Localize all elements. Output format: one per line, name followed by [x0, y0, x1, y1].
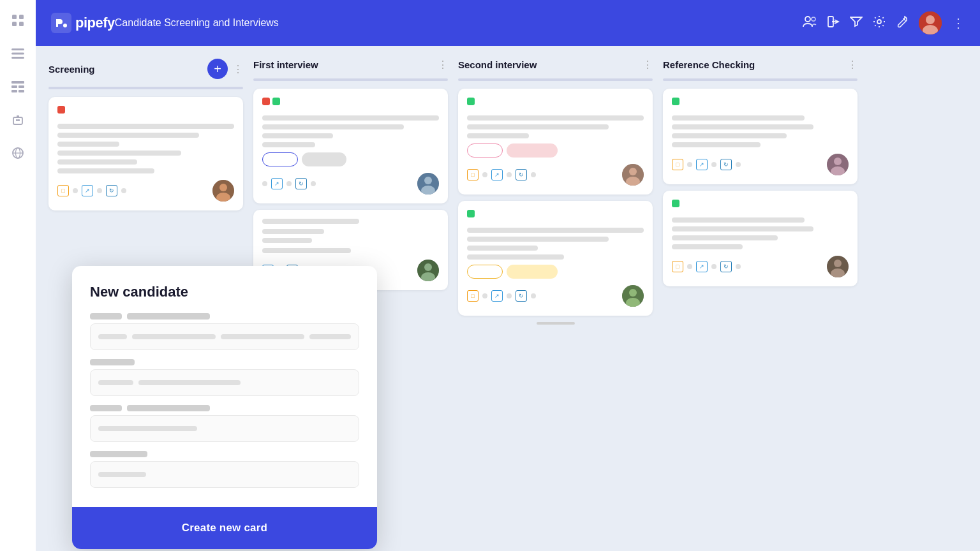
- wrench-icon[interactable]: [896, 15, 909, 31]
- column-bar-reference-checking: [663, 78, 858, 81]
- add-card-button-screening[interactable]: +: [207, 59, 228, 79]
- card-icon: ↻: [516, 290, 527, 302]
- card-footer-icons: □ ↗ ↻: [672, 261, 741, 272]
- card-dot-sm: [736, 264, 741, 269]
- card-footer: □ ↗ ↻: [57, 180, 234, 202]
- column-more-second-interview[interactable]: ⋮: [642, 59, 653, 71]
- svg-rect-8: [11, 85, 17, 88]
- card-icon: ↻: [516, 169, 527, 180]
- card-footer-icons: □ ↗ ↻: [57, 185, 126, 196]
- header-title: Candidate Screening and Interviews: [115, 17, 803, 29]
- badge-yellow: [507, 265, 558, 279]
- svg-point-21: [63, 24, 67, 27]
- card-second-1[interactable]: □ ↗ ↻: [458, 89, 653, 195]
- card-footer-icons: ↗ ↻: [262, 178, 316, 189]
- card-line: [467, 246, 538, 251]
- form-input-phone[interactable]: [90, 415, 359, 442]
- column-more-reference-checking[interactable]: ⋮: [847, 59, 858, 71]
- sidebar-icon-grid[interactable]: [8, 10, 28, 31]
- column-title-reference-checking: Reference Checking: [663, 59, 842, 70]
- filter-icon[interactable]: [850, 16, 863, 31]
- input-placeholder: [309, 334, 351, 339]
- form-label-row-3: [90, 405, 359, 411]
- card-line: [262, 124, 404, 129]
- card-dot-sm: [736, 162, 741, 167]
- svg-rect-6: [11, 57, 24, 59]
- svg-point-44: [629, 289, 637, 297]
- badge-blue: [262, 152, 298, 166]
- card-dot-sm: [482, 172, 487, 177]
- card-line: [57, 168, 154, 173]
- column-more-screening[interactable]: ⋮: [233, 63, 243, 75]
- column-title-screening: Screening: [48, 64, 202, 75]
- signin-icon[interactable]: [827, 15, 840, 31]
- sidebar-icon-robot[interactable]: [8, 110, 28, 130]
- card-dot-sm: [711, 264, 716, 269]
- settings-icon[interactable]: [873, 15, 886, 31]
- svg-rect-12: [13, 117, 22, 124]
- header-more-icon[interactable]: ⋮: [952, 15, 965, 31]
- card-dot-sm: [97, 188, 102, 193]
- card-dot-sm: [286, 181, 292, 186]
- input-placeholder: [98, 380, 133, 385]
- card-reference-2[interactable]: □ ↗ ↻: [663, 191, 858, 286]
- card-dot-sm: [711, 162, 716, 167]
- card-dot-sm: [687, 264, 692, 269]
- card-footer: □ ↗ ↻: [672, 154, 849, 175]
- sidebar: [0, 0, 36, 551]
- card-icon: ↗: [696, 159, 708, 170]
- card-dot-sm: [507, 293, 512, 298]
- badge-pink: [507, 143, 558, 158]
- svg-rect-14: [18, 119, 20, 121]
- card-icon-3: ↻: [106, 185, 117, 196]
- new-candidate-modal: New candidate: [72, 266, 377, 549]
- card-line: [672, 244, 743, 249]
- card-line: [262, 115, 439, 121]
- column-header-reference-checking: Reference Checking ⋮: [663, 59, 858, 71]
- card-reference-1[interactable]: □ ↗ ↻: [663, 89, 858, 184]
- scroll-hint: [537, 322, 575, 325]
- card-dot-sm: [482, 293, 487, 298]
- card-line: [467, 237, 609, 242]
- column-more-first-interview[interactable]: ⋮: [438, 59, 448, 71]
- input-placeholder: [98, 426, 197, 431]
- card-footer: □ ↗ ↻: [467, 285, 644, 307]
- card-icon-2: ↗: [82, 185, 93, 196]
- card-line: [57, 151, 181, 156]
- form-label-row-1: [90, 313, 359, 320]
- card-icon: ↗: [696, 261, 708, 272]
- logo: pipefy: [51, 13, 115, 33]
- svg-rect-11: [19, 90, 24, 92]
- sidebar-icon-table[interactable]: [8, 77, 28, 97]
- card-icon: ↗: [271, 178, 283, 189]
- sidebar-icon-list[interactable]: [8, 43, 28, 64]
- card-line: [672, 133, 787, 138]
- card-first-1[interactable]: ↗ ↻: [253, 89, 448, 203]
- form-label-block: [90, 359, 135, 365]
- card-line: [262, 238, 312, 243]
- card-dot-sm: [311, 181, 316, 186]
- card-line: [467, 124, 609, 129]
- modal-footer: Create new card: [72, 507, 377, 549]
- svg-point-22: [805, 17, 810, 22]
- form-input-email[interactable]: [90, 369, 359, 396]
- svg-rect-2: [12, 22, 17, 26]
- column-second-interview: Second interview ⋮ □: [458, 59, 653, 551]
- sidebar-icon-globe[interactable]: [8, 143, 28, 163]
- input-placeholder: [221, 334, 304, 339]
- card-line: [672, 217, 805, 223]
- users-icon[interactable]: [803, 15, 817, 31]
- card-second-2[interactable]: □ ↗ ↻: [458, 201, 653, 316]
- card-line: [262, 219, 359, 224]
- column-bar-first-interview: [253, 78, 448, 81]
- input-placeholder: [138, 380, 241, 385]
- card-screening-1[interactable]: □ ↗ ↻: [48, 97, 243, 210]
- create-new-card-button[interactable]: Create new card: [72, 507, 377, 549]
- column-reference-checking: Reference Checking ⋮ □ ↗: [663, 59, 858, 551]
- avatar[interactable]: [919, 11, 942, 34]
- form-input-name[interactable]: [90, 323, 359, 350]
- svg-point-23: [812, 17, 815, 21]
- svg-rect-5: [11, 53, 24, 55]
- card-line: [467, 115, 644, 121]
- form-input-notes[interactable]: [90, 461, 359, 488]
